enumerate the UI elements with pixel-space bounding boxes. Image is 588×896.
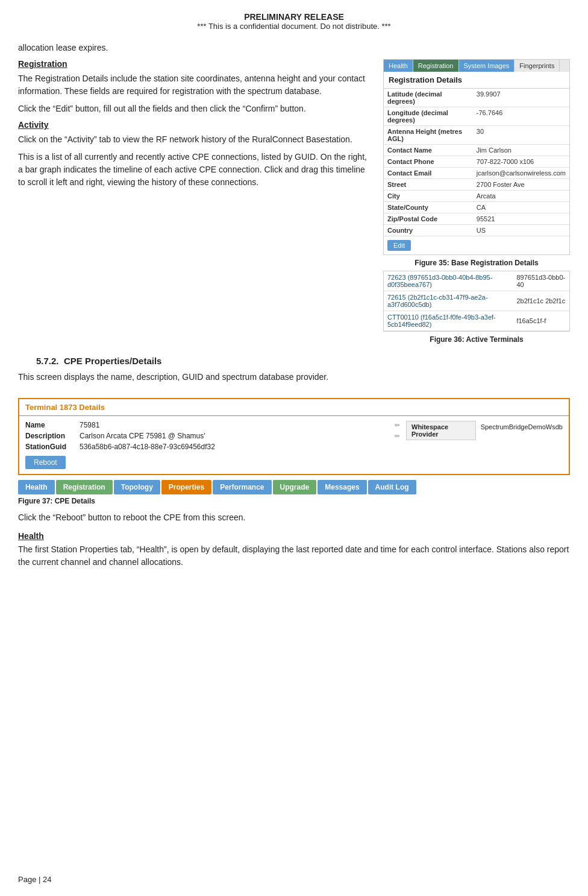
terminal-guid-short-1: 2b2f1c1c 2b2f1c [513, 291, 569, 311]
desc-row: Description Carlson Arcata CPE 75981 @ S… [25, 432, 400, 440]
health-para: The first Station Properties tab, “Healt… [18, 543, 570, 569]
td-left: Name 75981 ✏ Description Carlson Arcata … [25, 421, 400, 469]
fig37-caption: Figure 37: CPE Details [18, 497, 570, 505]
name-label: Name [25, 421, 80, 429]
ws-provider-label: Whitespace Provider [406, 421, 476, 440]
table-row: Longitude (decimal degrees) -76.7646 [384, 107, 569, 126]
cpe-tab-health[interactable]: Health [18, 480, 55, 494]
label-zip: Zip/Postal Code [384, 213, 473, 225]
table-row: 72623 (897651d3-0bb0-40b4-8b95-d0f35beea… [384, 271, 569, 291]
desc-label: Description [25, 432, 80, 440]
activity-para2: This is a list of all currently and rece… [18, 151, 372, 189]
table-row: 72615 (2b2f1c1c-cb31-47f9-ae2a-a3f7d600c… [384, 291, 569, 311]
terminal-details-panel: Terminal 1873 Details Name 75981 ✏ Descr… [18, 398, 570, 475]
reboot-button[interactable]: Reboot [25, 456, 66, 469]
screen-desc: This screen displays the name, descripti… [18, 371, 570, 383]
label-antenna-height: Antenna Height (metres AGL) [384, 126, 473, 145]
value-antenna-height: 30 [473, 126, 569, 145]
terminal-guid-full-1: 72615 (2b2f1c1c-cb31-47f9-ae2a-a3f7d600c… [384, 291, 513, 311]
label-city: City [384, 191, 473, 202]
activity-para1: Click on the “Activity” tab to view the … [18, 133, 372, 146]
cpe-tab-messages[interactable]: Messages [317, 480, 366, 494]
header-line1: PRELIMINARY RELEASE [18, 12, 570, 22]
value-city: Arcata [473, 191, 569, 202]
value-contact-phone: 707-822-7000 x106 [473, 156, 569, 168]
label-contact-name: Contact Name [384, 145, 473, 156]
subsection-title: CPE Properties/Details [64, 356, 162, 366]
cpe-tab-properties[interactable]: Properties [161, 480, 211, 494]
value-contact-name: Jim Carlson [473, 145, 569, 156]
value-street: 2700 Foster Ave [473, 179, 569, 191]
label-street: Street [384, 179, 473, 191]
name-value: 75981 [80, 421, 392, 429]
value-longitude: -76.7646 [473, 107, 569, 126]
desc-value: Carlson Arcata CPE 75981 @ Shamus' [80, 432, 392, 440]
right-column: Health Registration System Images Finger… [383, 59, 570, 347]
fig36-caption: Figure 36: Active Terminals [383, 335, 570, 344]
health-heading: Health [18, 531, 570, 541]
terminal-guid-full-0: 72623 (897651d3-0bb0-40b4-8b95-d0f35beea… [384, 271, 513, 291]
guid-value: 536a58b6-a087-4c18-88e7-93c69456df32 [80, 443, 400, 451]
value-contact-email: jcarlson@carlsonwireless.com [473, 168, 569, 179]
value-state: CA [473, 202, 569, 213]
table-row: Contact Email jcarlson@carlsonwireless.c… [384, 168, 569, 179]
table-row: Street 2700 Foster Ave [384, 179, 569, 191]
terminals-panel: 72623 (897651d3-0bb0-40b4-8b95-d0f35beea… [383, 271, 570, 332]
tab-registration[interactable]: Registration [413, 60, 459, 72]
name-row: Name 75981 ✏ [25, 421, 400, 429]
subsection-heading: 5.7.2. CPE Properties/Details [36, 356, 570, 366]
terminal-details-title: Terminal 1873 Details [25, 403, 105, 412]
terminal-guid-full-2: CTT00110 (f16a5c1f-f0fe-49b3-a3ef-5cb14f… [384, 311, 513, 331]
label-longitude: Longitude (decimal degrees) [384, 107, 473, 126]
value-latitude: 39.9907 [473, 89, 569, 107]
table-row: Zip/Postal Code 95521 [384, 213, 569, 225]
activity-heading: Activity [18, 120, 372, 130]
tab-system-images[interactable]: System Images [459, 60, 515, 72]
cpe-tab-audit-log[interactable]: Audit Log [368, 480, 416, 494]
value-country: US [473, 225, 569, 236]
tab-fingerprints[interactable]: Fingerprints [514, 60, 560, 72]
terminals-table: 72623 (897651d3-0bb0-40b4-8b95-d0f35beea… [384, 271, 569, 331]
pencil-icon-desc[interactable]: ✏ [395, 432, 400, 440]
label-contact-email: Contact Email [384, 168, 473, 179]
td-right: Whitespace Provider SpectrumBridgeDemoWs… [406, 421, 563, 469]
reg-tabs: Health Registration System Images Finger… [384, 60, 569, 72]
reg-panel-title: Registration Details [384, 72, 569, 89]
value-zip: 95521 [473, 213, 569, 225]
subsection-number: 5.7.2. [36, 356, 59, 366]
registration-para1: The Registration Details include the sta… [18, 72, 372, 98]
tab-health[interactable]: Health [384, 60, 413, 72]
terminal-guid-short-2: f16a5c1f-f [513, 311, 569, 331]
pencil-icon[interactable]: ✏ [395, 421, 400, 429]
page-footer: Page | 24 [18, 875, 51, 884]
label-latitude: Latitude (decimal degrees) [384, 89, 473, 107]
cpe-tab-registration[interactable]: Registration [56, 480, 113, 494]
table-row: Antenna Height (metres AGL) 30 [384, 126, 569, 145]
fig35-caption: Figure 35: Base Registration Details [383, 259, 570, 267]
terminal-details-header: Terminal 1873 Details [19, 399, 569, 416]
left-column: Registration The Registration Details in… [18, 59, 372, 347]
table-row: Contact Name Jim Carlson [384, 145, 569, 156]
table-row: Latitude (decimal degrees) 39.9907 [384, 89, 569, 107]
table-row: State/County CA [384, 202, 569, 213]
guid-label: StationGuid [25, 443, 80, 451]
intro-text: allocation lease expires. [18, 42, 570, 54]
cpe-tab-upgrade[interactable]: Upgrade [273, 480, 317, 494]
table-row: CTT00110 (f16a5c1f-f0fe-49b3-a3ef-5cb14f… [384, 311, 569, 331]
header-line2: *** This is a confidential document. Do … [18, 22, 570, 31]
terminal-details-body: Name 75981 ✏ Description Carlson Arcata … [19, 416, 569, 474]
reboot-text: Click the “Reboot” button to reboot the … [18, 511, 570, 524]
label-contact-phone: Contact Phone [384, 156, 473, 168]
table-row: Contact Phone 707-822-7000 x106 [384, 156, 569, 168]
terminal-guid-short-0: 897651d3-0bb0-40 [513, 271, 569, 291]
cpe-tab-topology[interactable]: Topology [114, 480, 160, 494]
label-state: State/County [384, 202, 473, 213]
page-header: PRELIMINARY RELEASE *** This is a confid… [18, 12, 570, 31]
registration-heading: Registration [18, 59, 372, 69]
registration-para2: Click the “Edit” button, fill out all th… [18, 103, 372, 115]
ws-provider-value: SpectrumBridgeDemoWsdb [481, 423, 563, 431]
cpe-tabs: Health Registration Topology Properties … [18, 480, 570, 494]
edit-button[interactable]: Edit [387, 240, 411, 251]
cpe-tab-performance[interactable]: Performance [213, 480, 271, 494]
guid-row: StationGuid 536a58b6-a087-4c18-88e7-93c6… [25, 443, 400, 451]
